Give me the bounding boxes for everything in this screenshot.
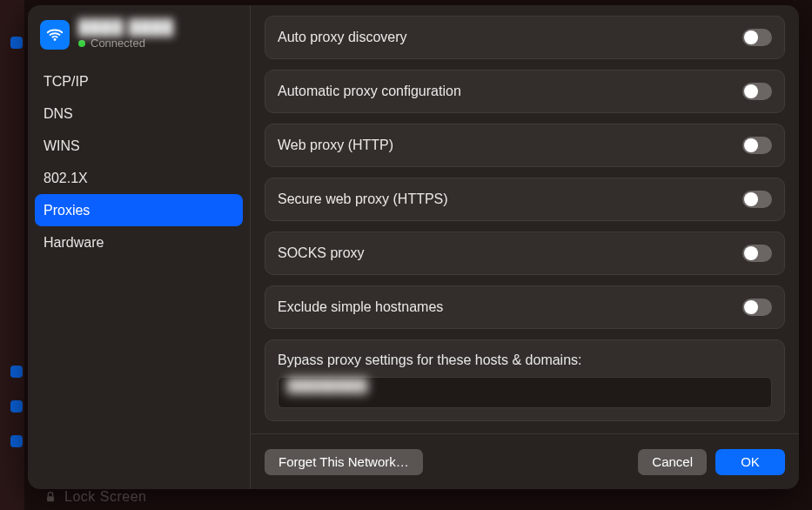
status-dot-icon	[78, 40, 85, 47]
sidebar: ████ ████ Connected TCP/IP DNS WINS 802.…	[28, 5, 251, 489]
bg-app-icon	[10, 366, 23, 378]
network-name: ████ ████	[78, 19, 174, 37]
bg-app-icon	[10, 400, 23, 413]
sidebar-menu: TCP/IP DNS WINS 802.1X Proxies Hardware	[35, 65, 243, 258]
bypass-label: Bypass proxy settings for these hosts & …	[278, 352, 772, 368]
proxy-row-card: Secure web proxy (HTTPS)	[265, 178, 785, 221]
proxy-row-card: SOCKS proxy	[265, 232, 785, 275]
ok-button[interactable]: OK	[715, 449, 785, 475]
proxy-row-exclude-simple: Exclude simple hostnames	[278, 286, 772, 328]
sidebar-item-label: WINS	[44, 138, 80, 154]
content-scroll[interactable]: Auto proxy discovery Automatic proxy con…	[265, 16, 785, 426]
proxy-row-card: Web proxy (HTTP)	[265, 124, 785, 167]
sidebar-item-hardware[interactable]: Hardware	[35, 226, 243, 258]
bypass-hosts-input[interactable]: ████████	[278, 377, 772, 408]
bg-app-icon	[10, 435, 23, 447]
sidebar-item-8021x[interactable]: 802.1X	[35, 162, 243, 194]
button-label: Forget This Network…	[278, 454, 409, 469]
proxy-row-auto-config: Automatic proxy configuration	[278, 70, 772, 112]
cancel-button[interactable]: Cancel	[638, 449, 707, 475]
button-label: Cancel	[652, 454, 693, 469]
forget-network-button[interactable]: Forget This Network…	[265, 449, 423, 475]
proxy-row-https: Secure web proxy (HTTPS)	[278, 178, 772, 220]
sidebar-item-label: 802.1X	[44, 171, 88, 186]
proxy-row-http: Web proxy (HTTP)	[278, 124, 772, 166]
wifi-icon	[40, 20, 70, 50]
toggle-exclude-simple[interactable]	[742, 299, 772, 316]
toggle-socks[interactable]	[742, 245, 772, 262]
svg-rect-1	[47, 496, 54, 501]
proxy-row-socks: SOCKS proxy	[278, 232, 772, 274]
svg-point-0	[54, 38, 57, 41]
proxy-row-card: Auto proxy discovery	[265, 16, 785, 59]
proxy-row-label: Exclude simple hostnames	[278, 299, 443, 315]
sidebar-item-dns[interactable]: DNS	[35, 97, 243, 130]
button-label: OK	[741, 454, 760, 469]
proxy-row-label: Auto proxy discovery	[278, 30, 407, 45]
toggle-http[interactable]	[742, 137, 772, 154]
lock-icon	[44, 490, 57, 504]
toggle-auto-discovery[interactable]	[742, 29, 772, 46]
content-pane: Auto proxy discovery Automatic proxy con…	[251, 5, 799, 489]
proxy-row-card: Automatic proxy configuration	[265, 70, 785, 113]
bg-app-icon	[10, 37, 23, 49]
proxy-row-card: Exclude simple hostnames	[265, 285, 785, 329]
toggle-auto-config[interactable]	[742, 83, 772, 100]
sidebar-item-label: DNS	[44, 106, 73, 122]
proxy-row-label: Secure web proxy (HTTPS)	[278, 191, 448, 207]
footer: Forget This Network… Cancel OK	[251, 433, 799, 489]
toggle-https[interactable]	[742, 191, 772, 208]
bypass-card: Bypass proxy settings for these hosts & …	[265, 339, 785, 421]
bypass-hosts-value: ████████	[287, 378, 368, 393]
sidebar-item-label: Proxies	[44, 203, 90, 218]
proxy-row-label: SOCKS proxy	[278, 245, 365, 261]
sidebar-item-label: Hardware	[44, 235, 104, 251]
network-header: ████ ████ Connected	[35, 14, 243, 62]
background-sidebar	[0, 0, 24, 510]
proxy-row-label: Web proxy (HTTP)	[278, 138, 393, 153]
background-lock-row: Lock Screen	[44, 489, 146, 505]
background-lock-label: Lock Screen	[64, 489, 146, 505]
sidebar-item-wins[interactable]: WINS	[35, 130, 243, 162]
proxy-row-auto-discovery: Auto proxy discovery	[278, 17, 772, 58]
network-settings-dialog: ████ ████ Connected TCP/IP DNS WINS 802.…	[28, 5, 799, 489]
network-status-label: Connected	[91, 37, 145, 50]
sidebar-item-label: TCP/IP	[44, 74, 89, 90]
network-status: Connected	[78, 37, 174, 50]
sidebar-item-proxies[interactable]: Proxies	[35, 194, 243, 226]
sidebar-item-tcpip[interactable]: TCP/IP	[35, 65, 243, 97]
proxy-row-label: Automatic proxy configuration	[278, 84, 461, 99]
